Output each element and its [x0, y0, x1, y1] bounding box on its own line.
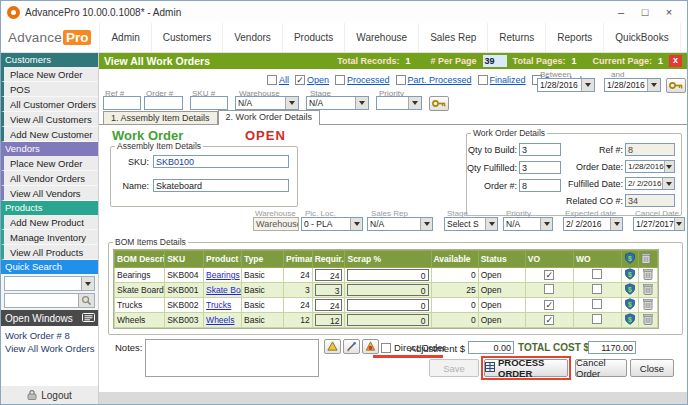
chevron-down-icon[interactable]: [355, 97, 368, 109]
search-icon[interactable]: [78, 294, 94, 307]
nav-item-products[interactable]: Products: [282, 23, 344, 52]
nav-item-web[interactable]: Web: [680, 23, 688, 52]
nav-item-sales-rep[interactable]: Sales Rep: [418, 23, 487, 52]
product-link[interactable]: Bearings: [206, 270, 240, 280]
mid-stage-select[interactable]: Select S: [444, 217, 498, 231]
nav-item-reports[interactable]: Reports: [545, 23, 603, 52]
filter-status-part-processed[interactable]: Part. Processed: [396, 75, 472, 85]
qty-to-build-field[interactable]: 3: [519, 143, 561, 156]
nav-item-admin[interactable]: Admin: [99, 23, 150, 52]
filter-status-label-all[interactable]: All: [279, 75, 289, 85]
minimize-button[interactable]: –: [609, 2, 633, 22]
vo-checkbox[interactable]: [544, 284, 554, 294]
mid-pic-loc-select[interactable]: 0 - PLA: [301, 217, 363, 231]
nav-item-returns[interactable]: Returns: [487, 23, 545, 52]
date-from-select[interactable]: 1/28/2016: [537, 78, 595, 92]
sidebar-item-all-vendor-orders[interactable]: All Vendor Orders: [1, 171, 98, 186]
chevron-down-icon[interactable]: [581, 79, 594, 91]
scrap-input[interactable]: 0: [347, 269, 428, 281]
bom-cell-delete[interactable]: [639, 298, 658, 313]
checkbox-icon[interactable]: [335, 75, 345, 85]
bom-cell-cost[interactable]: $: [622, 313, 639, 328]
filter-status-all[interactable]: All: [267, 75, 289, 85]
tab-assembly-item-details[interactable]: 1. Assembly Item Details: [103, 111, 218, 124]
open-window-item-view-all-work-orders[interactable]: View All Work Orders: [5, 342, 98, 355]
mid-sales-rep-select[interactable]: N/A: [367, 217, 433, 231]
vo-checkbox[interactable]: ✓: [544, 270, 554, 280]
tab-work-order-details[interactable]: 2. Work Order Details: [218, 110, 320, 125]
wo-checkbox[interactable]: [592, 314, 602, 324]
stamp-icon-button[interactable]: [362, 339, 379, 354]
chevron-down-icon[interactable]: [485, 218, 497, 230]
signature-icon-button[interactable]: [343, 339, 360, 354]
vo-checkbox[interactable]: ✓: [544, 300, 554, 310]
nav-item-quickbooks[interactable]: QuickBooks: [603, 23, 679, 52]
nav-item-customers[interactable]: Customers: [151, 23, 222, 52]
chevron-down-icon[interactable]: [408, 97, 421, 109]
required-input[interactable]: 12: [315, 314, 343, 326]
date-to-select[interactable]: 1/28/2016: [604, 78, 661, 92]
close-order-button[interactable]: Close: [630, 359, 674, 377]
logout-button[interactable]: Logout: [1, 386, 98, 404]
order-date-select[interactable]: 1/28/2016: [625, 160, 675, 173]
name-field[interactable]: Skateboard: [153, 179, 289, 192]
order-filter-input[interactable]: [144, 96, 183, 110]
filter-status-label-finalized[interactable]: Finalized: [490, 75, 526, 85]
product-link[interactable]: Wheels: [206, 315, 234, 325]
nav-item-warehouse[interactable]: Warehouse: [344, 23, 418, 52]
chevron-down-icon[interactable]: [662, 178, 674, 189]
ref-filter-input[interactable]: [103, 96, 141, 110]
chevron-down-icon[interactable]: [420, 218, 432, 230]
cancel-order-button[interactable]: Cancel Order: [575, 359, 627, 377]
alert-icon-button[interactable]: [324, 339, 341, 354]
close-button[interactable]: ×: [657, 2, 681, 22]
qty-fulfilled-field[interactable]: 3: [519, 161, 561, 174]
search-filter-button[interactable]: [429, 96, 449, 111]
sidebar-item-place-new-order[interactable]: Place New Order: [1, 67, 98, 82]
priority-filter-select[interactable]: [376, 96, 422, 110]
quick-search-combo[interactable]: [4, 276, 95, 291]
order-no-field[interactable]: 8: [519, 179, 561, 192]
mid-priority-select[interactable]: N/A: [503, 217, 553, 231]
per-page-input[interactable]: 39: [483, 55, 507, 67]
checkbox-icon[interactable]: ✓: [295, 75, 305, 85]
scrap-input[interactable]: 0: [347, 299, 428, 311]
vo-checkbox[interactable]: ✓: [544, 315, 554, 325]
chevron-down-icon[interactable]: [350, 218, 362, 230]
checkbox-icon[interactable]: [381, 343, 391, 353]
scrap-input[interactable]: 0: [347, 284, 428, 296]
bom-cell-cost[interactable]: $: [622, 283, 639, 298]
filter-status-processed[interactable]: Processed: [335, 75, 390, 85]
chevron-down-icon[interactable]: [610, 218, 622, 230]
checkbox-icon[interactable]: [478, 75, 488, 85]
stage-filter-select[interactable]: N/A: [306, 96, 369, 110]
open-window-item-work-order-8[interactable]: Work Order # 8: [5, 329, 98, 342]
bom-cell-cost[interactable]: $: [622, 298, 639, 313]
wo-checkbox[interactable]: [592, 284, 602, 294]
sidebar-item-view-all-customers[interactable]: View All Customers: [1, 112, 98, 127]
required-input[interactable]: 24: [315, 299, 343, 311]
chevron-down-icon[interactable]: [664, 161, 674, 172]
search-date-button[interactable]: [666, 78, 686, 93]
wo-checkbox[interactable]: [592, 299, 602, 309]
chevron-down-icon[interactable]: [540, 218, 552, 230]
nav-item-vendors[interactable]: Vendors: [222, 23, 282, 52]
close-page-button[interactable]: x: [669, 55, 682, 67]
scrap-input[interactable]: 0: [347, 314, 428, 326]
notes-textarea[interactable]: [145, 339, 319, 377]
filter-status-label-part-processed[interactable]: Part. Processed: [408, 75, 472, 85]
filter-status-label-processed[interactable]: Processed: [347, 75, 390, 85]
wo-checkbox[interactable]: [592, 269, 602, 279]
filter-status-label-open[interactable]: Open: [307, 75, 329, 85]
checkbox-icon[interactable]: [396, 75, 406, 85]
quick-search-input[interactable]: [4, 293, 95, 308]
chevron-down-icon[interactable]: [647, 79, 660, 91]
product-link[interactable]: Trucks: [206, 300, 231, 310]
sku-field[interactable]: SKB0100: [153, 155, 289, 168]
chevron-down-icon[interactable]: [674, 218, 684, 230]
bom-cell-delete[interactable]: [639, 268, 658, 283]
sidebar-item-view-all-vendors[interactable]: View All Vendors: [1, 186, 98, 201]
filter-status-finalized[interactable]: Finalized: [478, 75, 526, 85]
mid-expected-date-select[interactable]: 2/ 2/2016: [563, 217, 623, 231]
save-button[interactable]: Save: [429, 359, 479, 377]
